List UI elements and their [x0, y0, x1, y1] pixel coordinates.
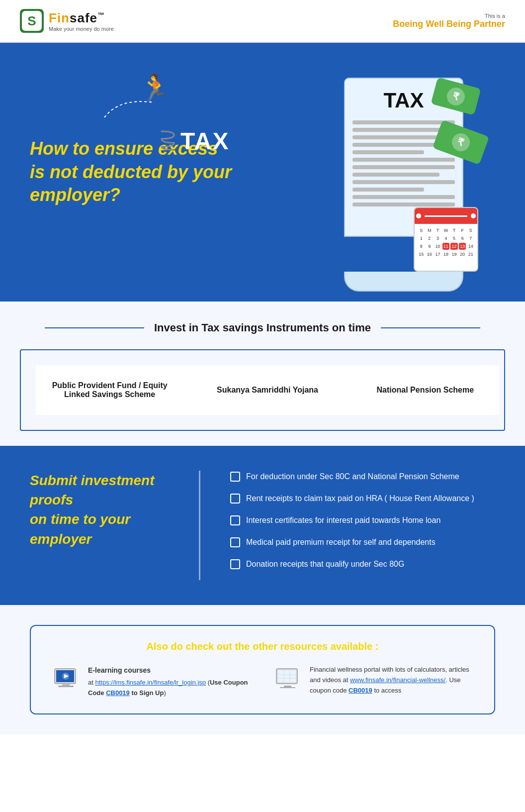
- hero-tax-text: TAX: [180, 127, 229, 155]
- cal-day: 2: [426, 235, 434, 242]
- resources-grid: E-learning courses at https://lms.finsaf…: [51, 665, 474, 699]
- svg-text:S: S: [27, 13, 36, 28]
- cal-day: 10: [434, 243, 441, 250]
- boeing-prefix: This is a: [393, 13, 505, 19]
- cal-day: 18: [442, 251, 450, 258]
- cal-day: T: [450, 227, 458, 234]
- wellness-icon: [272, 665, 302, 690]
- checklist-text-4: Medical paid premium receipt for self an…: [246, 536, 436, 548]
- calendar-header: [415, 208, 477, 224]
- checklist-item-5: Donation receipts that qualify under Sec…: [230, 558, 495, 570]
- submit-left: Submit investment proofs on time to your…: [30, 471, 169, 549]
- section-divider-right: [381, 327, 480, 328]
- cal-day: T: [434, 227, 441, 234]
- tax-line: [352, 195, 455, 199]
- cal-day-highlight: 12: [450, 243, 458, 250]
- svg-rect-14: [284, 686, 291, 687]
- instrument-card-nps: National Pension Scheme: [342, 365, 499, 415]
- checkbox-icon-4: [230, 537, 240, 547]
- cal-day: 9: [426, 243, 434, 250]
- cal-day: 6: [459, 235, 466, 242]
- wellness-coupon[interactable]: CB0019: [349, 687, 372, 694]
- resources-section: Also do check out the other resources av…: [0, 605, 525, 734]
- hero-right: TAX ₹: [262, 68, 495, 277]
- checkbox-icon-5: [230, 559, 240, 569]
- calendar-icon: S M T W T F S 1 2 3 4 5 6 7 8 9 10: [414, 207, 478, 272]
- checklist-text-2: Rent receipts to claim tax paid on HRA (…: [246, 493, 474, 505]
- cal-day: 5: [450, 235, 458, 242]
- svg-rect-4: [62, 684, 70, 686]
- tax-line: [352, 203, 455, 206]
- tax-line: [352, 150, 424, 154]
- checklist-item-1: For deduction under Sec 80C and National…: [230, 471, 495, 483]
- cal-day: S: [467, 227, 474, 234]
- tax-line: [352, 188, 424, 192]
- cal-day: 3: [434, 235, 441, 242]
- boeing-title-part2: Being: [446, 19, 471, 29]
- cal-day: 4: [442, 235, 450, 242]
- submit-heading: Submit investment proofs on time to your…: [30, 471, 169, 549]
- elearning-coupon[interactable]: CB0019: [106, 689, 130, 697]
- tax-doc-curl: [344, 272, 463, 292]
- logo-area: S Finsafe™ Make your money do more: [20, 9, 114, 33]
- cal-day: 1: [418, 235, 425, 242]
- instrument-label-ssy: Sukanya Samriddhi Yojana: [217, 386, 318, 395]
- path-dots: [99, 93, 159, 124]
- cal-day: 17: [434, 251, 441, 258]
- tax-line: [352, 173, 439, 177]
- submit-right: For deduction under Sec 80C and National…: [230, 471, 495, 580]
- checkbox-icon-1: [230, 472, 240, 482]
- resource-item-elearning: E-learning courses at https://lms.finsaf…: [51, 665, 253, 699]
- tax-doc-label: TAX: [384, 89, 424, 112]
- cal-day: 19: [450, 251, 458, 258]
- cal-day: 16: [426, 251, 434, 258]
- checklist-item-4: Medical paid premium receipt for self an…: [230, 536, 495, 548]
- elearning-label: E-learning courses: [88, 665, 253, 676]
- section-title-row: Invest in Tax savings Instruments on tim…: [20, 321, 505, 334]
- tax-savings-section: Invest in Tax savings Instruments on tim…: [0, 302, 525, 446]
- wellness-text3: to access: [372, 687, 402, 694]
- hero-section: How to ensure excess is not deducted by …: [0, 43, 525, 302]
- wellness-link[interactable]: www.finsafe.in/financial-wellness/: [350, 676, 445, 684]
- boeing-area: This is a Boeing Well Being Partner: [393, 13, 505, 29]
- cal-day: 7: [467, 235, 474, 242]
- boeing-title-part3: Partner: [471, 19, 505, 29]
- checklist-item-2: Rent receipts to claim tax paid on HRA (…: [230, 493, 495, 505]
- submit-proofs-section: Submit investment proofs on time to your…: [0, 446, 525, 605]
- header: S Finsafe™ Make your money do more This …: [0, 0, 525, 43]
- rupee-icon-1: ₹: [445, 85, 467, 107]
- svg-rect-9: [278, 670, 296, 682]
- tax-doc-container: TAX ₹: [284, 68, 473, 277]
- cal-day: 8: [418, 243, 425, 250]
- checklist-text-1: For deduction under Sec 80C and National…: [246, 471, 459, 483]
- section-divider-left: [45, 327, 144, 328]
- instruments-box: Public Provident Fund / Equity Linked Sa…: [20, 349, 505, 431]
- cal-dot: [471, 213, 476, 218]
- cal-day-highlight: 13: [459, 243, 466, 250]
- cal-day-highlight: 11: [442, 243, 450, 250]
- logo-safe: safe: [70, 10, 97, 25]
- elearning-text-before: at: [88, 679, 95, 686]
- logo-text: Finsafe™ Make your money do more: [49, 10, 114, 32]
- cal-dot: [416, 213, 421, 218]
- checklist-text-5: Donation receipts that qualify under Sec…: [246, 558, 404, 570]
- calendar-body: S M T W T F S 1 2 3 4 5 6 7 8 9 10: [415, 224, 477, 261]
- checkbox-icon-2: [230, 494, 240, 504]
- instrument-label-nps: National Pension Scheme: [377, 386, 474, 395]
- cal-day: 14: [467, 243, 474, 250]
- tax-line: [352, 180, 455, 184]
- resources-title: Also do check out the other resources av…: [51, 641, 474, 652]
- resource-item-wellness: Financial wellness portal with lots of c…: [272, 665, 474, 696]
- rupee-icon-2: ₹: [449, 131, 472, 154]
- spring-icon: [159, 129, 176, 154]
- elearning-link[interactable]: https://lms.finsafe.in/finsafe/lr_login.…: [95, 679, 206, 686]
- cal-day: F: [459, 227, 466, 234]
- logo-name: Finsafe™: [49, 10, 114, 26]
- tax-line: [352, 165, 455, 169]
- section-title: Invest in Tax savings Instruments on tim…: [154, 321, 371, 334]
- instrument-label-ppf: Public Provident Fund / Equity Linked Sa…: [46, 381, 174, 399]
- cal-day: S: [418, 227, 425, 234]
- checklist-item-3: Interest certificates for interest paid …: [230, 514, 495, 526]
- boeing-title-part1: Boeing Well: [393, 19, 446, 29]
- cal-day: 21: [467, 251, 474, 258]
